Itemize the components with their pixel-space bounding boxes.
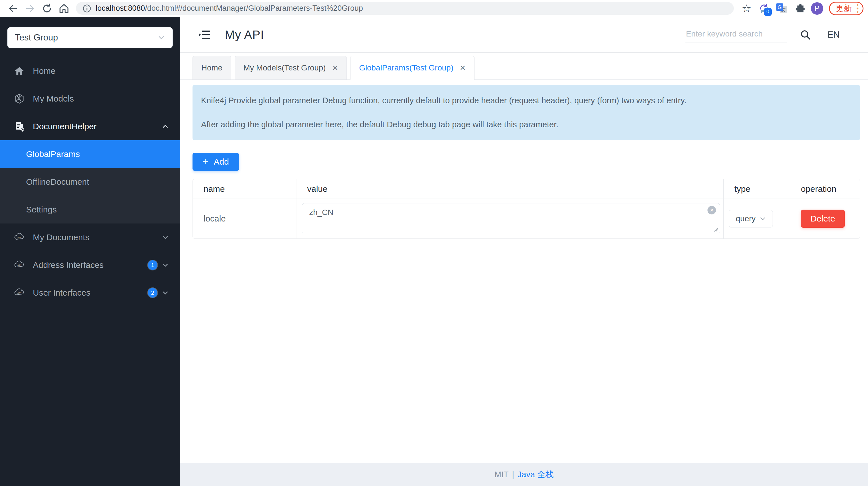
sidebar-subitem-globalparams[interactable]: GlobalParams: [0, 140, 180, 168]
address-bar[interactable]: localhost:8080/doc.html#/documentManager…: [76, 2, 734, 15]
interface-count-badge: 1: [148, 260, 157, 270]
url-text: localhost:8080/doc.html#/documentManager…: [96, 4, 363, 13]
sidebar-item-home[interactable]: Home: [0, 57, 180, 85]
url-host: localhost:8080: [96, 4, 145, 12]
search-input[interactable]: [685, 27, 787, 42]
group-selector-value: Test Group: [15, 33, 158, 43]
tab-my-models[interactable]: My Models(Test Group) ✕: [235, 56, 347, 80]
app-header: My API EN: [180, 17, 868, 53]
browser-toolbar: localhost:8080/doc.html#/documentManager…: [0, 0, 868, 17]
sync-extension-button[interactable]: 0: [757, 2, 771, 15]
caret-down-icon: [162, 262, 169, 268]
browser-back-button[interactable]: [6, 2, 20, 15]
forward-icon: [25, 3, 35, 13]
globalparams-content: Knife4j Provide global parameter Debug f…: [180, 80, 868, 463]
browser-profile-avatar[interactable]: P: [811, 2, 823, 15]
extensions-puzzle-button[interactable]: [793, 2, 806, 15]
sidebar-item-label: My Models: [33, 94, 169, 103]
close-icon[interactable]: ✕: [332, 64, 338, 72]
translate-icon: 文G: [775, 2, 788, 15]
translate-extension-button[interactable]: 文G: [775, 2, 788, 15]
sidebar-item-my-documents[interactable]: API My Documents: [0, 224, 180, 251]
sidebar-subitem-label: GlobalParams: [26, 149, 80, 159]
sidebar-item-user-interfaces[interactable]: API User Interfaces 2: [0, 279, 180, 306]
search-button[interactable]: [800, 29, 811, 40]
page-title: My API: [225, 28, 264, 41]
caret-up-icon: [162, 123, 169, 130]
home-icon: [59, 3, 69, 14]
menu-fold-icon: [198, 28, 212, 41]
tab-bar: Home My Models(Test Group) ✕ GlobalParam…: [180, 53, 868, 80]
sidebar-item-label: DocumentHelper: [33, 122, 162, 131]
param-operation-cell: Delete: [790, 199, 860, 238]
sidebar-item-label: My Documents: [33, 232, 162, 242]
add-button-label: Add: [214, 157, 229, 167]
table-header-row: name value type operation: [193, 179, 860, 199]
footer-link[interactable]: Java 全栈: [518, 469, 554, 480]
search-icon: [800, 29, 811, 40]
page: localhost:8080/doc.html#/documentManager…: [0, 0, 868, 486]
sidebar-menu: Home My Models DocumentHelper GlobalPara…: [0, 57, 180, 306]
sidebar-subitem-offlinedocument[interactable]: OfflineDocument: [0, 168, 180, 196]
sync-badge: 0: [764, 8, 772, 16]
group-selector[interactable]: Test Group: [7, 27, 173, 48]
browser-home-button[interactable]: [57, 2, 71, 15]
sidebar-subitem-label: Settings: [26, 205, 57, 215]
footer-license: MIT: [495, 470, 509, 479]
language-switch[interactable]: EN: [828, 30, 840, 40]
document-helper-icon: [13, 121, 26, 132]
url-path: /doc.html#/documentManager/GlobalParamet…: [145, 4, 363, 12]
column-header-operation: operation: [790, 179, 860, 199]
banner-line-1: Knife4j Provide global parameter Debug f…: [201, 95, 851, 106]
sidebar-subitem-settings[interactable]: Settings: [0, 196, 180, 224]
model-icon: [13, 93, 26, 104]
param-type-select[interactable]: query: [729, 210, 773, 227]
browser-reload-button[interactable]: [40, 2, 54, 15]
info-icon: [83, 4, 91, 13]
caret-down-icon: [162, 289, 169, 296]
close-icon[interactable]: ✕: [460, 64, 466, 72]
delete-param-button[interactable]: Delete: [801, 209, 845, 228]
tab-globalparams[interactable]: GlobalParams(Test Group) ✕: [350, 56, 474, 80]
sidebar-item-label: Address Interfaces: [33, 260, 148, 270]
cloud-api-icon: API: [13, 259, 26, 271]
sidebar-item-my-models[interactable]: My Models: [0, 85, 180, 112]
svg-text:API: API: [17, 292, 22, 294]
tab-label: GlobalParams(Test Group): [359, 63, 453, 72]
value-textarea-wrapper: zh_CN ✕: [302, 203, 720, 234]
sidebar-subitem-label: OfflineDocument: [26, 177, 89, 187]
sidebar-item-address-interfaces[interactable]: API Address Interfaces 1: [0, 251, 180, 279]
banner-line-2: After adding the global parameter here, …: [201, 119, 851, 130]
reload-icon: [42, 3, 52, 14]
sidebar-item-label: Home: [33, 66, 169, 76]
info-banner: Knife4j Provide global parameter Debug f…: [192, 85, 860, 140]
collapse-sidebar-button[interactable]: [198, 28, 212, 41]
tab-label: My Models(Test Group): [244, 63, 326, 72]
resize-grip-icon[interactable]: [713, 227, 718, 232]
browser-update-menu-button[interactable]: 更新: [829, 2, 864, 15]
add-param-button[interactable]: + Add: [192, 153, 239, 171]
more-vertical-icon: [856, 3, 859, 13]
table-row: locale zh_CN ✕ query: [193, 199, 860, 238]
svg-text:G: G: [778, 4, 782, 10]
sidebar-item-label: User Interfaces: [33, 288, 148, 298]
chevron-down-icon: [158, 34, 165, 41]
param-value-textarea[interactable]: zh_CN: [302, 203, 720, 234]
svg-text:API: API: [17, 264, 22, 267]
cloud-api-icon: API: [13, 287, 26, 299]
browser-forward-button[interactable]: [23, 2, 37, 15]
interface-count-badge: 2: [148, 288, 157, 298]
param-name-cell: locale: [193, 199, 296, 238]
document-helper-submenu: GlobalParams OfflineDocument Settings: [0, 140, 180, 224]
svg-text:API: API: [17, 236, 22, 239]
param-type-value: query: [736, 214, 755, 223]
puzzle-icon: [794, 3, 805, 14]
sidebar: Test Group Home My Models Document: [0, 17, 180, 486]
tab-home[interactable]: Home: [192, 56, 231, 80]
param-type-cell: query: [723, 199, 790, 238]
sidebar-item-document-helper[interactable]: DocumentHelper: [0, 112, 180, 140]
tab-label: Home: [201, 63, 222, 72]
bookmark-star-button[interactable]: ☆: [740, 2, 753, 15]
global-params-table: name value type operation locale zh_CN ✕: [192, 179, 860, 239]
footer-separator: |: [512, 470, 515, 479]
